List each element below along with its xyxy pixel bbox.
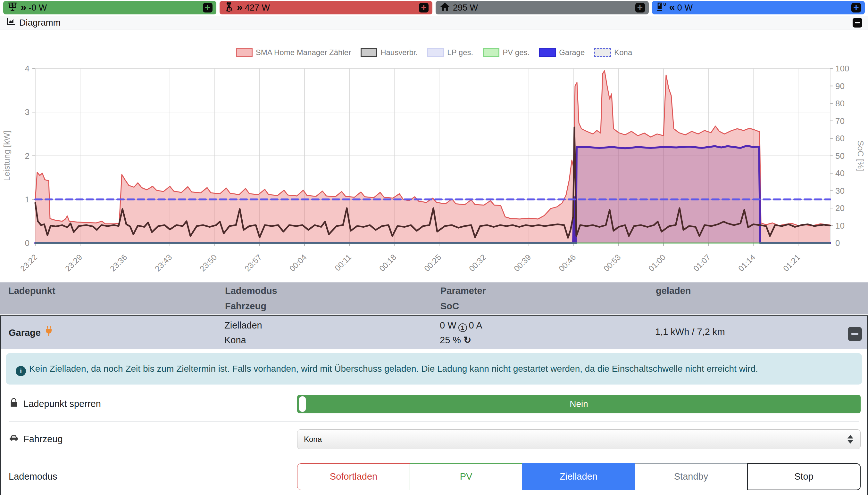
- chargepoint-row[interactable]: Garage Zielladen Kona 0 W10 A 25 %↻ 1,1 …: [1, 316, 867, 349]
- svg-text:10: 10: [835, 221, 845, 231]
- lock-toggle-value: Nein: [570, 399, 588, 409]
- legend-item[interactable]: PV ges.: [483, 48, 529, 57]
- plus-icon: +: [637, 3, 643, 12]
- svg-text:90: 90: [835, 81, 845, 91]
- minus-icon: [855, 22, 860, 23]
- svg-text:60: 60: [835, 134, 845, 143]
- svg-text:50: 50: [835, 151, 845, 161]
- svg-text:23:22: 23:22: [18, 253, 39, 273]
- house-add-button[interactable]: +: [635, 3, 645, 13]
- toggle-handle[interactable]: [299, 396, 306, 412]
- grid-power-value: 427 W: [245, 3, 270, 13]
- vehicle-select-value: Kona: [304, 435, 322, 444]
- vehicle-select[interactable]: Kona: [297, 429, 861, 449]
- svg-text:01:21: 01:21: [781, 253, 802, 273]
- chart-area-icon: [6, 17, 19, 29]
- power-current-value: 0 W10 A: [440, 318, 648, 333]
- svg-text:SoC [%]: SoC [%]: [856, 140, 865, 171]
- charged-energy-value: 1,1 kWh / 7,2 km: [655, 324, 725, 339]
- svg-text:00:53: 00:53: [602, 253, 622, 273]
- svg-text:0: 0: [25, 238, 30, 248]
- flow-left-icon: «: [669, 1, 674, 13]
- grid-add-button[interactable]: +: [419, 3, 428, 13]
- soc-value: 25 %↻: [440, 333, 648, 347]
- lock-toggle[interactable]: Nein: [297, 395, 861, 413]
- mode-pv-button[interactable]: PV: [410, 463, 522, 490]
- mode-zielladen-button[interactable]: Zielladen: [522, 463, 635, 490]
- charge-mode-value: Zielladen: [224, 318, 432, 333]
- pv-add-button[interactable]: +: [203, 3, 213, 13]
- svg-text:23:36: 23:36: [108, 253, 129, 273]
- diagram-title: Diagramm: [19, 18, 61, 28]
- legend-swatch: [427, 48, 444, 57]
- svg-text:Leistung [kW]: Leistung [kW]: [2, 131, 12, 181]
- svg-text:23:50: 23:50: [198, 253, 218, 273]
- pv-power-tile: » -0 W +: [3, 1, 216, 14]
- chargepoint-power-tile: « 0 W +: [652, 1, 865, 14]
- car-icon: [9, 433, 19, 445]
- legend-item[interactable]: Garage: [539, 48, 585, 57]
- charge-mode-group: Sofortladen PV Zielladen Standby Stop: [297, 463, 861, 490]
- lock-icon: [9, 398, 19, 410]
- diagram-header: Diagramm: [0, 16, 868, 30]
- select-arrows-icon: [848, 435, 853, 443]
- plug-icon: [45, 325, 53, 340]
- svg-text:00:04: 00:04: [288, 253, 308, 273]
- svg-text:00:11: 00:11: [333, 253, 353, 273]
- chart-legend: SMA Home Manager ZählerHausverbr.LP ges.…: [0, 48, 868, 57]
- vehicle-select-row: Fahrzeug Kona: [1, 422, 867, 456]
- chargepoint-card: Garage Zielladen Kona 0 W10 A 25 %↻ 1,1 …: [0, 315, 868, 495]
- svg-text:00:46: 00:46: [557, 253, 577, 273]
- chargepoint-add-button[interactable]: +: [851, 3, 861, 13]
- diagram-collapse-button[interactable]: [853, 18, 862, 28]
- svg-text:00:18: 00:18: [377, 253, 398, 273]
- grid-power-tile: » 427 W +: [219, 1, 433, 14]
- plus-icon: +: [205, 3, 211, 12]
- header-parameter-soc: ParameterSoC: [432, 283, 648, 314]
- svg-text:1: 1: [25, 195, 30, 204]
- chargepoint-parameter-soc: 0 W10 A 25 %↻: [432, 318, 648, 347]
- legend-swatch: [539, 48, 556, 57]
- svg-text:100: 100: [835, 64, 849, 73]
- svg-text:4: 4: [25, 64, 30, 73]
- svg-text:0: 0: [835, 238, 840, 248]
- vehicle-label: Fahrzeug: [9, 433, 297, 445]
- chargepoint-name: Garage: [9, 325, 41, 340]
- solar-panel-icon: [7, 1, 18, 14]
- svg-text:01:07: 01:07: [691, 253, 712, 273]
- chargepoint-mode-vehicle: Zielladen Kona: [217, 318, 432, 347]
- chargepoint-power-value: 0 W: [677, 3, 693, 13]
- legend-item[interactable]: Hausverbr.: [361, 48, 417, 57]
- svg-text:23:43: 23:43: [153, 253, 174, 273]
- header-geladen: geladen: [648, 283, 868, 314]
- mode-sofortladen-button[interactable]: Sofortladen: [297, 463, 410, 490]
- alert-text: Kein Zielladen, da noch Zeit bis zum Zie…: [29, 364, 758, 374]
- minus-icon: [851, 333, 858, 335]
- svg-text:01:14: 01:14: [736, 253, 757, 273]
- header-lademodus-fahrzeug: LademodusFahrzeug: [217, 283, 432, 314]
- info-icon: i: [16, 366, 26, 376]
- svg-text:00:32: 00:32: [467, 253, 488, 273]
- plus-icon: +: [853, 3, 859, 12]
- refresh-soc-icon[interactable]: ↻: [463, 335, 471, 345]
- power-pylon-icon: [224, 1, 234, 14]
- legend-item[interactable]: Kona: [594, 48, 632, 57]
- chargepoint-table-header: Ladepunkt LademodusFahrzeug ParameterSoC…: [0, 283, 868, 314]
- chargepoint-collapse-button[interactable]: [848, 327, 862, 341]
- pv-power-value: -0 W: [29, 3, 47, 13]
- power-chart: 23:2223:2923:3623:4323:5023:5700:0400:11…: [0, 30, 868, 283]
- svg-text:30: 30: [835, 186, 845, 195]
- svg-text:80: 80: [835, 99, 845, 108]
- legend-item[interactable]: SMA Home Manager Zähler: [236, 48, 351, 57]
- house-icon: [440, 1, 451, 14]
- mode-stop-button[interactable]: Stop: [747, 463, 861, 490]
- top-status-bar: » -0 W + » 427 W + 295 W + « 0 W +: [0, 0, 868, 16]
- lock-label: Ladepunkt sperren: [9, 398, 297, 410]
- phase-count-icon: 1: [458, 323, 467, 332]
- svg-text:2: 2: [25, 151, 30, 161]
- house-power-value: 295 W: [453, 3, 478, 13]
- lock-chargepoint-row: Ladepunkt sperren Nein: [1, 388, 867, 421]
- legend-item[interactable]: LP ges.: [427, 48, 473, 57]
- mode-standby-button[interactable]: Standby: [635, 463, 748, 490]
- svg-text:00:39: 00:39: [512, 253, 533, 273]
